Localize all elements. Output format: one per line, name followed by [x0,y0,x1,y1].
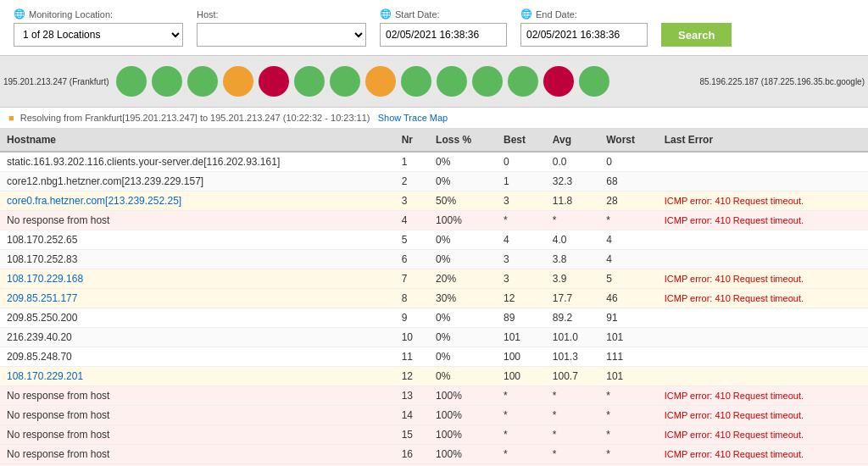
cell-error: ICMP error: 410 Request timeout. [658,191,868,211]
node-dot-13[interactable] [579,66,609,97]
node-dot-4[interactable] [259,66,289,97]
cell-best: 0 [497,152,546,172]
cell-worst: 91 [599,308,658,328]
cell-hostname: 108.170.252.83 [0,250,395,269]
cell-avg: 32.3 [546,172,599,191]
cell-best: 101 [497,328,546,347]
table-row: No response from host 13 100% * * * ICMP… [0,386,868,406]
cell-avg: 3.9 [546,269,599,289]
cell-avg: 0.0 [546,152,599,172]
cell-avg: * [546,406,599,425]
start-date-group: 🌐 Start Date: [380,8,507,47]
cell-worst: 0 [599,152,658,172]
cell-best: 4 [497,230,546,250]
cell-avg: 101.3 [546,347,599,367]
cell-loss: 0% [429,172,497,191]
host-select[interactable] [197,23,366,47]
trace-indicator: ■ [8,113,14,123]
cell-worst: * [599,211,658,230]
trace-table: Hostname Nr Loss % Best Avg Worst Last E… [0,129,868,466]
cell-worst: 46 [599,289,658,308]
table-row: 216.239.40.20 10 0% 101 101.0 101 [0,328,868,347]
cell-best: 100 [497,347,546,367]
col-hostname: Hostname [0,129,395,152]
cell-nr: 1 [395,152,429,172]
cell-hostname: core12.nbg1.hetzner.com[213.239.229.157] [0,172,395,191]
cell-error [658,308,868,328]
monitoring-location-label: 🌐 Monitoring Location: [14,8,183,19]
node-dot-1[interactable] [152,66,182,97]
cell-hostname: No response from host [0,211,395,230]
node-dot-0[interactable] [116,66,147,97]
cell-nr: 8 [395,289,429,308]
node-dot-5[interactable] [294,66,325,97]
cell-error [658,328,868,347]
table-row: core0.fra.hetzner.com[213.239.252.25] 3 … [0,191,868,211]
end-date-input[interactable] [520,23,648,47]
cell-best: * [497,211,546,230]
cell-loss: 100% [429,211,497,230]
node-dot-10[interactable] [472,66,503,97]
monitoring-location-group: 🌐 Monitoring Location: 1 of 28 Locations [14,8,183,47]
node-dot-11[interactable] [508,66,538,97]
table-row: No response from host 16 100% * * * ICMP… [0,445,868,464]
start-date-input[interactable] [380,23,507,47]
monitoring-location-select[interactable]: 1 of 28 Locations [14,23,183,47]
node-dot-2[interactable] [187,66,218,97]
cell-error [658,152,868,172]
cell-avg: * [546,445,599,464]
cell-nr: 12 [395,367,429,386]
table-row: 209.85.251.177 8 30% 12 17.7 46 ICMP err… [0,289,868,308]
cell-error: ICMP error: 410 Request timeout. [658,269,868,289]
cell-loss: 100% [429,445,497,464]
cell-hostname: 216.239.40.20 [0,328,395,347]
show-trace-map-link[interactable]: Show Trace Map [378,113,448,123]
table-row: No response from host 14 100% * * * ICMP… [0,406,868,425]
cell-worst: * [599,386,658,406]
node-dot-9[interactable] [437,66,467,97]
table-header-row: Hostname Nr Loss % Best Avg Worst Last E… [0,129,868,152]
cell-best: * [497,445,546,464]
cell-worst: * [599,406,658,425]
cell-best: * [497,425,546,445]
cell-error: ICMP error: 410 Request timeout. [658,445,868,464]
node-dot-12[interactable] [543,66,574,97]
node-dot-8[interactable] [401,66,431,97]
cell-loss: 0% [429,308,497,328]
cell-hostname: No response from host [0,406,395,425]
cell-hostname: static.161.93.202.116.clients.your-serve… [0,152,395,172]
cell-worst: 68 [599,172,658,191]
cell-worst: 101 [599,328,658,347]
cell-avg: 101.0 [546,328,599,347]
cell-hostname: 209.85.248.70 [0,347,395,367]
cell-loss: 0% [429,250,497,269]
cell-best: * [497,406,546,425]
search-button[interactable]: Search [661,23,732,47]
table-row: 209.85.250.200 9 0% 89 89.2 91 [0,308,868,328]
cell-nr: 14 [395,406,429,425]
cell-hostname: 108.170.229.201 [0,367,395,386]
col-avg: Avg [546,129,599,152]
table-row: 108.170.252.83 6 0% 3 3.8 4 [0,250,868,269]
end-date-group: 🌐 End Date: [520,8,648,47]
node-dot-3[interactable] [223,66,253,97]
cell-loss: 100% [429,425,497,445]
cell-error: ICMP error: 410 Request timeout. [658,406,868,425]
cell-worst: * [599,445,658,464]
cell-nr: 15 [395,425,429,445]
cell-nr: 13 [395,386,429,406]
cell-avg: * [546,211,599,230]
node-dot-6[interactable] [330,66,360,97]
col-best: Best [497,129,546,152]
cell-error [658,367,868,386]
end-date-label: 🌐 End Date: [520,8,648,19]
host-group: Host: [197,9,366,47]
cell-avg: 100.7 [546,367,599,386]
cell-avg: 17.7 [546,289,599,308]
nodes-bar: 195.201.213.247 (Frankfurt) 85.196.225.1… [0,56,868,108]
host-label: Host: [197,9,366,19]
resolving-text: Resolving from Frankfurt[195.201.213.247… [20,113,370,123]
cell-loss: 0% [429,347,497,367]
top-bar: 🌐 Monitoring Location: 1 of 28 Locations… [0,0,868,56]
node-dot-7[interactable] [365,66,396,97]
